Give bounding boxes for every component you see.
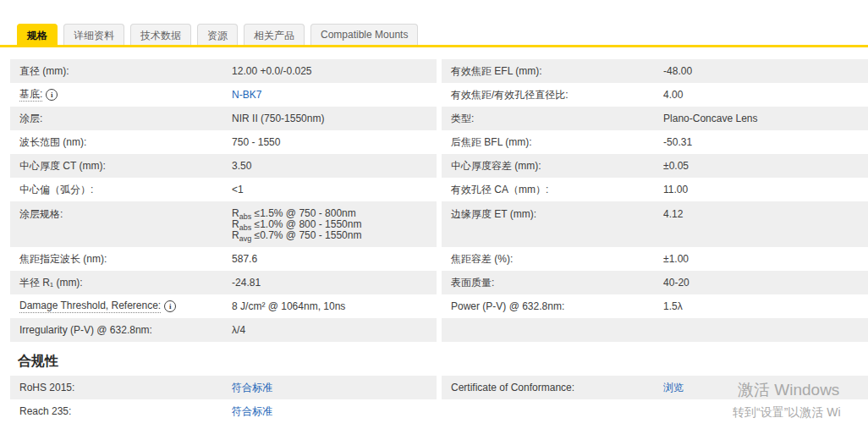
tab[interactable]: 规格 [17, 24, 58, 45]
tab[interactable]: 资源 [197, 24, 238, 45]
spec-label: 涂层: [19, 113, 42, 124]
spec-label: 表面质量: [451, 277, 494, 289]
spec-row: 类型: Plano-Concave Lens [442, 107, 868, 130]
spec-row: 涂层: NIR II (750-1550nm) [10, 107, 437, 130]
spec-label: Power (P-V) @ 632.8nm: [451, 300, 564, 312]
spec-label-cell: 半径 R₁ (mm): [10, 277, 232, 289]
spec-value: 3.50 [232, 160, 437, 172]
watermark-line2: 转到“设置”以激活 Wi [733, 405, 841, 419]
watermark-line1: 激活 Windows [738, 381, 841, 399]
spec-label-cell: 涂层规格: [10, 208, 232, 220]
spec-label-cell: Irregularity (P-V) @ 632.8nm: [10, 324, 232, 336]
spec-label-cell: Certificate of Conformance: [442, 382, 663, 393]
spec-value: Plano-Concave Lens [663, 113, 868, 124]
spec-value: 8 J/cm² @ 1064nm, 10ns [232, 300, 437, 312]
spec-label-cell: 有效孔径 CA（mm）: [442, 184, 663, 195]
spec-value: 符合标准 [232, 405, 437, 417]
spec-row: 焦距指定波长 (nm): 587.6 [10, 247, 437, 271]
spec-label: 基底: [19, 88, 42, 102]
spec-table-left: 直径 (mm): 12.00 +0.0/-0.025 基底:i N-BK7 涂层… [10, 59, 437, 342]
spec-label-cell: 波长范围 (nm): [10, 136, 232, 148]
spec-value: ±0.05 [663, 160, 868, 172]
spec-label-cell: 焦距容差 (%): [442, 253, 663, 265]
spec-row: 有效焦距/有效孔径直径比: 4.00 [442, 83, 868, 107]
value-link[interactable]: N-BK7 [232, 89, 261, 101]
spec-value: 4.00 [663, 89, 868, 101]
value-link[interactable]: 符合标准 [232, 382, 272, 393]
spec-value: 587.6 [232, 253, 437, 265]
compliance-row: RoHS 2015: 符合标准 [10, 376, 437, 399]
spec-row: 基底:i N-BK7 [10, 83, 437, 107]
compliance-heading: 合规性 [18, 353, 58, 371]
tab[interactable]: 技术数据 [130, 24, 191, 45]
spec-label-cell: 中心厚度 CT (mm): [10, 160, 232, 172]
tab[interactable]: 相关产品 [244, 24, 305, 45]
spec-label: RoHS 2015: [19, 382, 74, 393]
spec-value: -50.31 [663, 136, 868, 148]
spec-label: Reach 235: [19, 405, 71, 417]
spec-value: 1.5λ [663, 300, 868, 312]
spec-label: 中心偏（弧分）: [19, 184, 93, 195]
spec-row [442, 318, 868, 342]
spec-row: 焦距容差 (%): ±1.00 [442, 247, 868, 271]
spec-label-cell: 有效焦距/有效孔径直径比: [442, 89, 663, 101]
value-link[interactable]: 符合标准 [232, 405, 272, 417]
spec-row: Irregularity (P-V) @ 632.8nm: λ/4 [10, 318, 437, 342]
spec-value: <1 [232, 184, 437, 195]
spec-label-cell: 中心厚度容差 (mm): [442, 160, 663, 172]
spec-row: 半径 R₁ (mm): -24.81 [10, 271, 437, 294]
spec-label-cell: 中心偏（弧分）: [10, 184, 232, 195]
spec-value: λ/4 [232, 324, 437, 336]
info-icon[interactable]: i [164, 300, 176, 312]
spec-label-cell: 表面质量: [442, 277, 663, 289]
spec-label-cell: 类型: [442, 113, 663, 124]
spec-label-cell: Damage Threshold, Reference:i [10, 300, 232, 313]
spec-row: 中心厚度容差 (mm): ±0.05 [442, 154, 868, 178]
spec-label: 边缘厚度 ET (mm): [451, 208, 536, 220]
compliance-row: Reach 235: 符合标准 [10, 399, 437, 423]
spec-value: -48.00 [663, 65, 868, 77]
spec-row: 后焦距 BFL (mm): -50.31 [442, 130, 868, 154]
spec-label-cell: RoHS 2015: [10, 382, 232, 393]
spec-label: 有效焦距/有效孔径直径比: [451, 89, 569, 101]
spec-label: Irregularity (P-V) @ 632.8nm: [19, 324, 152, 336]
spec-row: 有效焦距 EFL (mm): -48.00 [442, 59, 868, 83]
spec-row: 有效孔径 CA（mm）: 11.00 [442, 178, 868, 201]
windows-activation-watermark: 激活 Windows 转到“设置”以激活 Wi [733, 381, 841, 419]
spec-value: 11.00 [663, 184, 868, 195]
spec-label-cell: 直径 (mm): [10, 65, 232, 77]
spec-label-cell: 边缘厚度 ET (mm): [442, 208, 663, 220]
spec-label-cell: Reach 235: [10, 405, 232, 417]
spec-label: 后焦距 BFL (mm): [451, 136, 532, 148]
spec-label: 半径 R₁ (mm): [19, 277, 83, 289]
spec-label-cell: 有效焦距 EFL (mm): [442, 65, 663, 77]
spec-table-right: 有效焦距 EFL (mm): -48.00 有效焦距/有效孔径直径比: 4.00… [442, 59, 868, 342]
spec-label: 有效孔径 CA（mm）: [451, 184, 548, 195]
tab[interactable]: 详细资料 [63, 24, 124, 45]
spec-row: 中心偏（弧分）: <1 [10, 178, 437, 201]
spec-label: 焦距容差 (%): [451, 253, 513, 265]
spec-row: 波长范围 (nm): 750 - 1550 [10, 130, 437, 154]
info-icon[interactable]: i [46, 89, 58, 101]
spec-label: 涂层规格: [19, 208, 63, 220]
compliance-table-left: RoHS 2015: 符合标准 Reach 235: 符合标准 [10, 376, 437, 423]
spec-row: 中心厚度 CT (mm): 3.50 [10, 154, 437, 178]
spec-value: 750 - 1550 [232, 136, 437, 148]
spec-row: 直径 (mm): 12.00 +0.0/-0.025 [10, 59, 437, 83]
spec-label: 中心厚度 CT (mm): [19, 160, 106, 172]
spec-label: 焦距指定波长 (nm): [19, 253, 107, 265]
spec-value: N-BK7 [232, 89, 437, 101]
spec-label-cell: 焦距指定波长 (nm): [10, 253, 232, 265]
spec-value: 符合标准 [232, 382, 437, 393]
spec-label: 有效焦距 EFL (mm): [451, 65, 542, 77]
spec-value: -24.81 [232, 277, 437, 289]
spec-value: 12.00 +0.0/-0.025 [232, 65, 437, 77]
spec-label: Certificate of Conformance: [451, 382, 574, 393]
spec-row: 边缘厚度 ET (mm): 4.12 [442, 201, 868, 247]
tab[interactable]: Compatible Mounts [310, 24, 418, 45]
spec-value: NIR II (750-1550nm) [232, 113, 437, 124]
spec-label: 波长范围 (nm): [19, 136, 86, 148]
spec-value: Rabs ≤1.5% @ 750 - 800nmRabs ≤1.0% @ 800… [232, 208, 437, 241]
value-link[interactable]: 浏览 [663, 382, 684, 393]
spec-tables: 直径 (mm): 12.00 +0.0/-0.025 基底:i N-BK7 涂层… [10, 59, 868, 342]
